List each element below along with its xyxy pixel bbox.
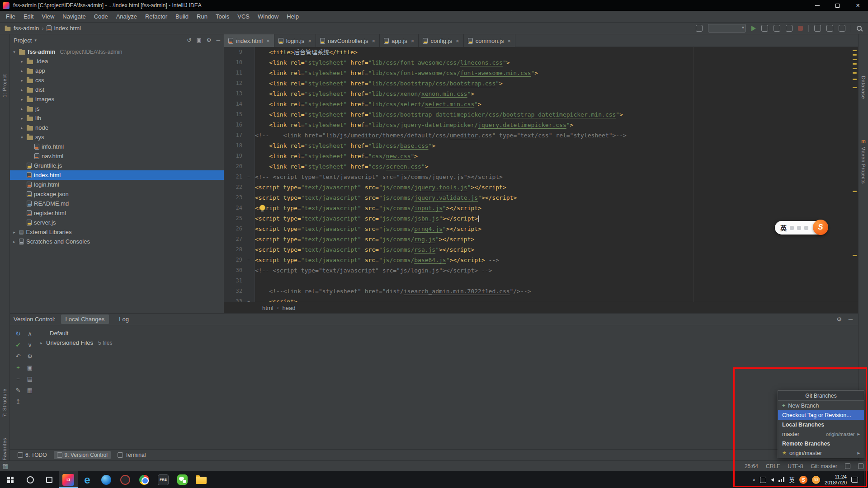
ime-toolbar[interactable]: 英 S: [775, 221, 826, 235]
breadcrumb-file[interactable]: index.html: [54, 25, 81, 32]
tree-item-lib[interactable]: ▸lib: [10, 113, 224, 123]
taskbar-frs[interactable]: FRS: [154, 471, 173, 488]
taskbar-clock[interactable]: 11:24 2018/7/20: [825, 474, 847, 486]
collapsed-arrow-icon[interactable]: ▸: [12, 230, 17, 235]
tree-item-login-html[interactable]: login.html: [10, 180, 224, 189]
menu-item-vcs[interactable]: VCS: [233, 11, 254, 22]
tab-navcontroller-js[interactable]: navController.js×: [316, 34, 380, 47]
network-icon[interactable]: [778, 477, 784, 482]
profiler-button[interactable]: [786, 25, 793, 32]
tool-button-structure[interactable]: 7: Structure: [2, 389, 7, 417]
maximize-button[interactable]: [827, 0, 848, 11]
toolwindow-button-6-todo[interactable]: 6: TODO: [14, 451, 50, 459]
tree-item-external-libraries[interactable]: ▸▤External Libraries: [10, 227, 224, 237]
collapsed-arrow-icon[interactable]: ▸: [19, 78, 24, 83]
ime-tool-icon[interactable]: [790, 226, 794, 230]
tray-icon[interactable]: [760, 477, 766, 483]
tab-index-html[interactable]: index.html×: [224, 34, 274, 47]
taskbar-dark-app[interactable]: [116, 471, 135, 488]
changelist-name[interactable]: Default: [50, 330, 68, 337]
close-tab-icon[interactable]: ×: [411, 38, 415, 44]
chevron-down-icon[interactable]: ▾: [34, 38, 37, 42]
tree-item-info-html[interactable]: info.html: [10, 142, 224, 151]
menu-item-analyze[interactable]: Analyze: [112, 11, 141, 22]
git-branch-widget[interactable]: Git: master: [811, 463, 837, 469]
close-tab-icon[interactable]: ×: [308, 38, 311, 44]
toolbar-icon[interactable]: [814, 25, 821, 32]
toolbar-icon[interactable]: [839, 25, 845, 32]
menu-item-code[interactable]: Code: [90, 11, 112, 22]
toolwindow-button-terminal[interactable]: Terminal: [114, 451, 149, 459]
tree-item-node[interactable]: ▸node: [10, 123, 224, 132]
menu-item-edit[interactable]: Edit: [19, 11, 38, 22]
collapse-all-icon[interactable]: ▣: [196, 37, 201, 43]
tree-item-dist[interactable]: ▸dist: [10, 85, 224, 94]
commit-icon[interactable]: ✔: [16, 342, 21, 348]
taskbar-wechat[interactable]: [173, 471, 192, 488]
tree-item-sys[interactable]: ▾sys: [10, 132, 224, 142]
search-icon[interactable]: [857, 26, 862, 31]
add-icon[interactable]: +: [16, 364, 20, 371]
close-tab-icon[interactable]: ×: [456, 38, 459, 44]
collapsed-arrow-icon[interactable]: ▸: [19, 116, 24, 121]
ime-mode-label[interactable]: 英: [780, 223, 787, 232]
group-by-icon[interactable]: ▣: [27, 364, 33, 371]
debug-button[interactable]: [761, 25, 768, 32]
stop-button[interactable]: [798, 26, 803, 31]
menu-item-build[interactable]: Build: [171, 11, 193, 22]
tab-app-js[interactable]: app.js×: [380, 34, 419, 47]
menu-item-view[interactable]: View: [38, 11, 58, 22]
taskbar-edge[interactable]: [78, 471, 97, 488]
shelve-icon[interactable]: ↥: [16, 398, 21, 405]
close-tab-icon[interactable]: ×: [372, 38, 376, 44]
taskbar-browser-globe[interactable]: [97, 471, 116, 488]
tab-login-js[interactable]: login.js×: [274, 34, 316, 47]
fold-marker[interactable]: −: [246, 255, 251, 265]
tree-item-readme-md[interactable]: README.md: [10, 199, 224, 208]
menu-item-window[interactable]: Window: [254, 11, 283, 22]
hide-panel-icon[interactable]: ─: [849, 316, 853, 323]
taskbar-intellij[interactable]: [59, 471, 78, 488]
tool-button-project[interactable]: 1: Project: [2, 74, 7, 97]
tab-log[interactable]: Log: [114, 314, 133, 324]
run-configuration-select[interactable]: ▾: [708, 24, 746, 33]
coverage-button[interactable]: [774, 25, 780, 32]
toolbar-icon[interactable]: [826, 25, 833, 32]
menu-item-navigate[interactable]: Navigate: [58, 11, 90, 22]
collapsed-arrow-icon[interactable]: ▸: [12, 239, 17, 244]
branch-item-origin-master[interactable]: ★origin/master▸: [778, 448, 864, 458]
toolwindow-button-9-version-control[interactable]: 9: Version Control: [54, 451, 111, 459]
tree-item-index-html[interactable]: index.html: [10, 170, 224, 180]
ime-indicator[interactable]: 英: [789, 475, 795, 484]
collapsed-arrow-icon[interactable]: ▸: [19, 97, 24, 102]
menu-item-run[interactable]: Run: [193, 11, 212, 22]
remove-icon[interactable]: −: [16, 375, 20, 382]
ime-tool-icon[interactable]: [804, 226, 808, 230]
tree-item-idea[interactable]: ▸.idea: [10, 56, 224, 66]
breadcrumb-project[interactable]: fss-admin: [14, 25, 39, 32]
show-desktop-button[interactable]: [864, 471, 866, 488]
collapsed-arrow-icon[interactable]: ▸: [19, 126, 24, 130]
collapsed-arrow-icon[interactable]: ▸: [19, 59, 24, 64]
tree-item-package-json[interactable]: package.json: [10, 189, 224, 199]
menu-item-help[interactable]: Help: [283, 11, 303, 22]
run-button[interactable]: [751, 26, 756, 31]
tree-item-register-html[interactable]: register.html: [10, 208, 224, 218]
editor[interactable]: 9 <title>后台管理系统</title>10 <link rel="sty…: [224, 47, 858, 302]
details-icon[interactable]: ▤: [27, 375, 33, 382]
hide-panel-icon[interactable]: ─: [216, 37, 220, 43]
taskbar-chrome[interactable]: [135, 471, 154, 488]
ime-tool-icon[interactable]: [797, 226, 801, 230]
tray-expand-icon[interactable]: ∧: [752, 478, 755, 482]
volume-icon[interactable]: [771, 478, 774, 482]
fold-marker[interactable]: −: [246, 296, 251, 302]
caret-position-widget[interactable]: 25:64: [745, 463, 758, 469]
gear-icon[interactable]: ⚙: [207, 37, 212, 43]
taskbar-start[interactable]: [0, 471, 21, 488]
tree-item-images[interactable]: ▸images: [10, 94, 224, 104]
indicator-icon[interactable]: [858, 463, 863, 469]
branch-item-master[interactable]: masterorigin/master▸: [778, 429, 864, 439]
refresh-icon[interactable]: ↻: [16, 330, 21, 337]
preview-diff-icon[interactable]: ▦: [27, 387, 33, 394]
tool-button-maven-projects[interactable]: Maven Projects: [861, 146, 866, 184]
